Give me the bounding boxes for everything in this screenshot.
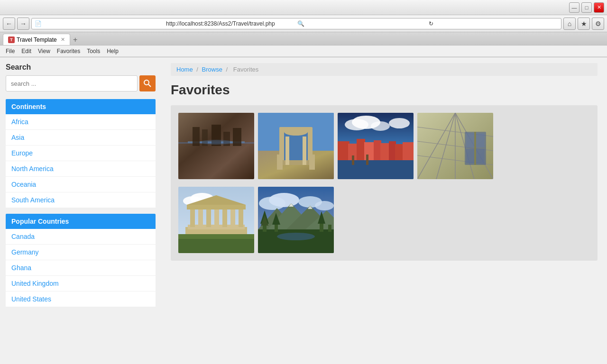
svg-rect-18 bbox=[277, 155, 283, 170]
sidebar: Search Continents Africa Asia Europe Nor… bbox=[0, 57, 161, 364]
svg-rect-20 bbox=[285, 136, 289, 165]
photo-1-svg bbox=[178, 113, 254, 179]
continent-europe[interactable]: Europe bbox=[6, 146, 156, 161]
menu-file[interactable]: File bbox=[3, 47, 18, 55]
gallery-image-5[interactable] bbox=[178, 187, 254, 253]
back-button[interactable]: ← bbox=[3, 18, 15, 30]
svg-rect-62 bbox=[214, 208, 219, 227]
title-bar-right: — □ ✕ bbox=[569, 2, 604, 13]
country-united-states[interactable]: United States bbox=[6, 291, 156, 307]
title-bar: — □ ✕ bbox=[0, 0, 607, 15]
address-icon: 📄 bbox=[35, 20, 164, 27]
forward-button[interactable]: → bbox=[17, 18, 29, 30]
continent-asia[interactable]: Asia bbox=[6, 130, 156, 146]
gallery-container bbox=[171, 105, 598, 261]
menu-favorites[interactable]: Favorites bbox=[54, 47, 83, 55]
photo-5-svg bbox=[178, 187, 254, 253]
bookmarks-star-button[interactable]: ★ bbox=[578, 18, 590, 30]
svg-point-10 bbox=[200, 140, 233, 145]
continent-africa[interactable]: Africa bbox=[6, 114, 156, 130]
svg-rect-38 bbox=[366, 155, 368, 165]
home-button[interactable]: ⌂ bbox=[563, 18, 576, 30]
svg-rect-19 bbox=[309, 155, 315, 170]
continent-oceania[interactable]: Oceania bbox=[6, 177, 156, 192]
countries-list: Canada Germany Ghana United Kingdom Unit… bbox=[6, 229, 156, 307]
svg-point-16 bbox=[284, 128, 308, 136]
svg-rect-32 bbox=[374, 140, 381, 160]
country-ghana[interactable]: Ghana bbox=[6, 260, 156, 276]
countries-header: Popular Countries bbox=[6, 214, 156, 229]
search-address-icon: 🔍 bbox=[297, 20, 427, 27]
svg-rect-37 bbox=[352, 155, 354, 165]
page-title: Favorites bbox=[171, 82, 598, 98]
svg-rect-51 bbox=[474, 132, 476, 165]
photo-2-svg bbox=[258, 113, 334, 179]
continent-south-america[interactable]: South America bbox=[6, 192, 156, 208]
close-button[interactable]: ✕ bbox=[594, 2, 604, 13]
address-bar[interactable]: 📄 http://localhost:8238/Ass2/Travel/trav… bbox=[31, 18, 561, 29]
breadcrumb-sep2: / bbox=[226, 66, 228, 73]
gallery-image-2[interactable] bbox=[258, 113, 334, 179]
refresh-icon: ↻ bbox=[429, 20, 558, 27]
breadcrumb: Home / Browse / Favorites bbox=[171, 63, 598, 76]
svg-rect-61 bbox=[206, 208, 211, 227]
svg-point-26 bbox=[389, 118, 410, 128]
search-button[interactable] bbox=[139, 75, 156, 91]
search-row bbox=[6, 75, 156, 91]
minimize-button[interactable]: — bbox=[569, 2, 579, 13]
gallery-row-2 bbox=[178, 187, 334, 253]
breadcrumb-home[interactable]: Home bbox=[176, 66, 193, 73]
svg-rect-34 bbox=[389, 141, 396, 160]
breadcrumb-current: Favorites bbox=[233, 66, 258, 73]
svg-rect-28 bbox=[338, 141, 349, 160]
svg-rect-30 bbox=[357, 139, 365, 160]
tab-favicon: T bbox=[8, 36, 15, 43]
main-content: Home / Browse / Favorites Favorites bbox=[161, 57, 607, 364]
browser-chrome: — □ ✕ ← → 📄 http://localhost:8238/Ass2/T… bbox=[0, 0, 607, 57]
continents-header: Continents bbox=[6, 99, 156, 114]
svg-rect-35 bbox=[395, 144, 404, 160]
tab-close-button[interactable]: ✕ bbox=[61, 36, 65, 43]
maximize-button[interactable]: □ bbox=[581, 2, 592, 13]
svg-rect-83 bbox=[275, 224, 278, 232]
page-layout: Search Continents Africa Asia Europe Nor… bbox=[0, 57, 607, 364]
new-tab-button[interactable]: + bbox=[70, 35, 81, 45]
continent-north-america[interactable]: North America bbox=[6, 161, 156, 177]
svg-rect-59 bbox=[190, 208, 195, 227]
svg-point-72 bbox=[315, 201, 334, 210]
active-tab[interactable]: T Travel Template ✕ bbox=[3, 34, 70, 45]
menu-edit[interactable]: Edit bbox=[18, 47, 34, 55]
country-canada[interactable]: Canada bbox=[6, 229, 156, 245]
svg-rect-87 bbox=[328, 225, 331, 232]
countries-section: Popular Countries Canada Germany Ghana U… bbox=[6, 214, 156, 307]
svg-rect-31 bbox=[364, 142, 375, 160]
svg-rect-36 bbox=[403, 142, 414, 160]
svg-point-25 bbox=[371, 121, 390, 131]
gallery-image-6[interactable] bbox=[258, 187, 334, 253]
menu-tools[interactable]: Tools bbox=[84, 47, 103, 55]
search-icon bbox=[144, 80, 151, 87]
svg-rect-85 bbox=[320, 223, 323, 232]
search-input[interactable] bbox=[6, 75, 138, 91]
tab-bar: T Travel Template ✕ + bbox=[0, 32, 607, 46]
svg-rect-9 bbox=[233, 128, 241, 146]
menu-help[interactable]: Help bbox=[104, 47, 121, 55]
svg-point-70 bbox=[269, 193, 299, 207]
country-united-kingdom[interactable]: United Kingdom bbox=[6, 276, 156, 291]
svg-rect-66 bbox=[187, 205, 246, 209]
gallery-image-1[interactable] bbox=[178, 113, 254, 179]
photo-4-svg bbox=[417, 113, 493, 179]
settings-button[interactable]: ⚙ bbox=[592, 18, 604, 30]
photo-6-svg bbox=[258, 187, 334, 253]
nav-bar: ← → 📄 http://localhost:8238/Ass2/Travel/… bbox=[0, 15, 607, 32]
menu-view[interactable]: View bbox=[35, 47, 53, 55]
svg-rect-63 bbox=[222, 208, 227, 227]
gallery-grid bbox=[178, 113, 590, 253]
breadcrumb-browse[interactable]: Browse bbox=[202, 66, 222, 73]
gallery-image-4[interactable] bbox=[417, 113, 493, 179]
continents-list: Africa Asia Europe North America Oceania… bbox=[6, 114, 156, 208]
country-germany[interactable]: Germany bbox=[6, 245, 156, 260]
svg-point-0 bbox=[144, 80, 149, 85]
svg-rect-33 bbox=[380, 143, 390, 160]
gallery-image-3[interactable] bbox=[338, 113, 414, 179]
